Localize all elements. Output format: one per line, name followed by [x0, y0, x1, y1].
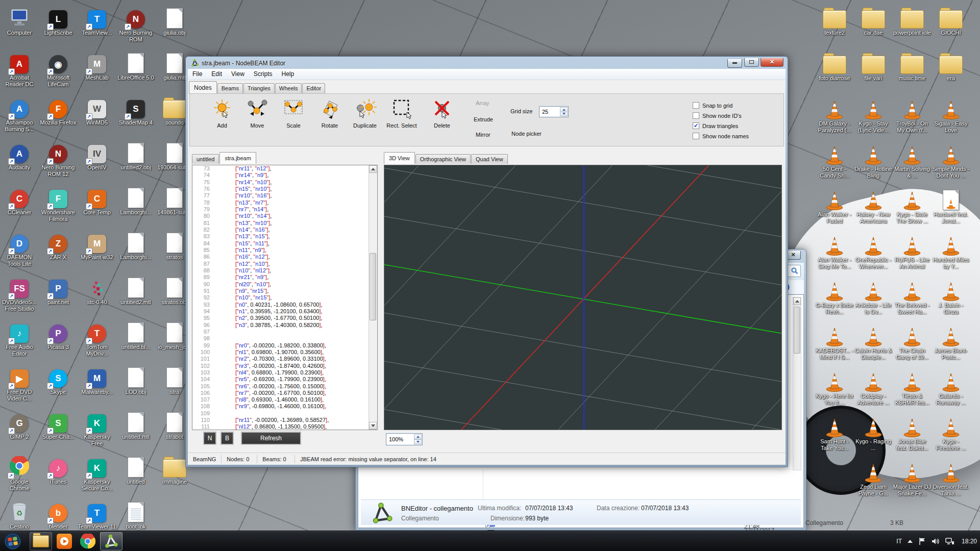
beams-filter-button[interactable]: B [220, 432, 234, 445]
desktop-icon-lod-obj[interactable]: LOD.obj [116, 363, 155, 395]
nodebeam-window[interactable]: stra.jbeam - NodeBEAM Editor ✕ FileEditV… [185, 56, 788, 467]
action-center-flag-icon[interactable] [918, 537, 926, 545]
checkbox-box-icon[interactable] [693, 102, 699, 109]
desktop-icon-malwareby[interactable]: M↗Malwareby... [78, 363, 116, 395]
taskbar-nodebeam-button[interactable] [100, 532, 122, 550]
desktop-icon-free-dvd-video-c[interactable]: ▶↗Free DVD Video C... [0, 363, 39, 402]
desktop-icon-untitled-mtl[interactable]: untitled.mtl [116, 408, 155, 440]
desktop-icon-nero-burning-rom[interactable]: N↗Nero Burning ROM [116, 4, 155, 43]
doc-tab-stra-jbeam[interactable]: stra.jbeam [219, 152, 256, 164]
desktop-icon-shadermap-4[interactable]: S↗ShaderMap 4 [116, 94, 155, 126]
start-button[interactable] [4, 533, 21, 551]
desktop-icon-core-temp[interactable]: C↗Core Temp [78, 184, 116, 216]
desktop-icon-martin-solveig[interactable]: Martin Solveig & ... [893, 140, 932, 179]
desktop-icon-coldplay-adventure[interactable]: Coldplay - Adventure ... [854, 367, 893, 406]
taskbar-chrome-button[interactable] [77, 532, 99, 550]
view-tab-3d-view[interactable]: 3D View [384, 152, 415, 164]
language-indicator[interactable]: IT [896, 538, 902, 545]
desktop-icon-google-chrome[interactable]: ↗Google Chrome [0, 453, 39, 492]
desktop-icon-sigala-easy-love[interactable]: Sigala - Easy Love [932, 95, 970, 134]
desktop-icon-kadebost-mind-if-i-s[interactable]: KADEBOST... - Mind if I S... [815, 322, 854, 361]
3d-viewport[interactable] [384, 165, 782, 430]
desktop-icon-untitled2-mtl[interactable]: untitled2.mtl [116, 273, 155, 306]
desktop-icon-foto-diarrose[interactable]: foto diarrose [815, 49, 854, 82]
desktop-icon-boot-ok[interactable]: boot_ok [116, 498, 155, 530]
tab-nodes[interactable]: Nodes [189, 81, 217, 94]
desktop-icon-g-eazy-x-bebe-rexh[interactable]: G-Eazy x Bebe Rexh... [815, 277, 854, 315]
checkbox-box-icon[interactable] [693, 112, 699, 119]
desktop-icon-music-time[interactable]: music time [893, 49, 932, 82]
desktop-icon-acrobat-reader-dc[interactable]: A↗Acrobat Reader DC [0, 49, 39, 88]
view-tab-orthographic-view[interactable]: Orthographic View [415, 154, 471, 164]
desktop-icon-tomtom-mydriv[interactable]: T↗TomTom MyDriv... [78, 318, 116, 357]
desktop-icon-meshlab[interactable]: M↗MeshLab [78, 49, 116, 81]
desktop-icon-wondershare-filmora[interactable]: F↗Wondershare Filmora [39, 184, 78, 222]
desktop-icon-kaspersky-free[interactable]: K↗Kaspersky Free [78, 408, 116, 447]
explorer-scrollbar[interactable] [793, 297, 801, 470]
desktop-icon-james-blunt-postc[interactable]: James Blunt-Postc... [932, 322, 970, 361]
nodes-filter-button[interactable]: N [203, 432, 216, 445]
desktop-icon-super-cha[interactable]: S↗Super-Cha... [39, 408, 78, 440]
desktop-icon-kygo-raging[interactable]: Kygo - Raging ... [854, 413, 893, 452]
desktop-icon-the-chain-gang-of-19[interactable]: The Chain Gang of 19... [893, 322, 932, 361]
desktop-icon-powerpoint-iole[interactable]: powerpoint iole [893, 4, 932, 36]
desktop-icon-50-cent-candy-sh[interactable]: 50 Cent - Candy Sh... [815, 140, 854, 179]
tool-duplicate-button[interactable]: Duplicate [347, 98, 383, 129]
desktop-icon-untitled-bl[interactable]: untitled.bl... [116, 318, 155, 350]
menu-scripts[interactable]: Scripts [249, 69, 277, 80]
desktop-icon-openiv[interactable]: IV↗OpenIV [78, 139, 116, 171]
refresh-button[interactable]: Refresh [241, 432, 301, 445]
desktop-icon-computer[interactable]: Computer [0, 4, 39, 36]
desktop-icon-simple-minds-dont-you[interactable]: Simple Minds - Dont You ... [932, 140, 970, 179]
tab-beams[interactable]: Beams [217, 83, 243, 93]
jbeam-code-editor[interactable]: 73["nr11", "n12"],74["nr14", "n9"],75["n… [192, 165, 378, 430]
menu-file[interactable]: File [188, 69, 207, 80]
close-button[interactable]: ✕ [761, 58, 783, 67]
desktop-icon-jonas-blue-feat-dakot[interactable]: Jonas Blue feat. Dakot... [893, 413, 932, 452]
clock[interactable]: 18:20 [962, 538, 977, 545]
desktop-icon-calvin-harris-disciple[interactable]: Calvin Harris & Disciple... [854, 322, 893, 361]
desktop-icon-teamviewer-11[interactable]: T↗TeamViewer 11 [78, 498, 116, 530]
desktop-icon-kygo-here-for-you-ft[interactable]: Kygo - Here for You ft.... [815, 367, 854, 406]
desktop-icon-j-balvin-ginza[interactable]: J. Balvin - Ginza [932, 277, 970, 315]
tab-wheels[interactable]: Wheels [275, 83, 302, 93]
volume-icon[interactable] [932, 537, 940, 545]
desktop-icon-untitled[interactable]: untitled [116, 453, 155, 485]
desktop-icon-audacity[interactable]: A↗Audacity [0, 139, 39, 171]
desktop-icon-car-dae[interactable]: car dae [854, 4, 893, 36]
desktop-icon-rufus-like-an-animal[interactable]: RUFUS - Like An Animal [893, 231, 932, 270]
desktop-icon-hundred-miles-by-y[interactable]: Hundred Miles by Y... [932, 231, 970, 270]
desktop-icon-era[interactable]: era [932, 49, 970, 82]
desktop-icon-diversion-feat-tania[interactable]: Diversion feat. Tania ... [932, 458, 970, 497]
tray-expand-icon[interactable] [907, 539, 913, 543]
network-icon[interactable] [945, 537, 954, 545]
desktop-icon-paint-net[interactable]: P↗paint.net [39, 273, 78, 306]
desktop-icon-free-audio-editor[interactable]: ♪↗Free Audio Editor [0, 318, 39, 357]
checkbox-draw-triangles[interactable]: ✔Draw triangles [693, 122, 738, 129]
checkbox-show-node-id-s[interactable]: Show node ID's [693, 112, 742, 119]
desktop-icon-zedd-liam-payne-g[interactable]: Zedd Liam Payne - G... [854, 458, 893, 497]
zoom-up-icon[interactable] [414, 434, 422, 439]
desktop-icon-untitled2-obj[interactable]: untitled2.obj [116, 139, 155, 171]
desktop-icon-halsey-new-americana[interactable]: Halsey - New Americana [854, 186, 893, 224]
desktop-icon-the-beloved-sweet-ha[interactable]: The Beloved - Sweet Ha... [893, 277, 932, 315]
menu-edit[interactable]: Edit [207, 69, 227, 80]
menu-help[interactable]: Help [277, 69, 299, 80]
search-icon[interactable] [791, 267, 798, 274]
desktop-icon-texture2[interactable]: texture2 [815, 4, 854, 36]
desktop-icon-gimp-2[interactable]: G↗GIMP 2 [0, 408, 39, 440]
desktop-icon-alan-walker-faded[interactable]: Alan Walker - Faded [815, 186, 854, 224]
node-picker-button[interactable]: Node picker [511, 131, 542, 137]
desktop-icon-itunes[interactable]: ♪↗iTunes [39, 453, 78, 485]
desktop-icon-microsoft-lifecam[interactable]: ◉↗Microsoft LifeCam [39, 49, 78, 88]
tool-add-button[interactable]: Add [206, 98, 238, 129]
desktop-icon-alan-walker-sing-me-to[interactable]: Alan Walker - Sing Me To... [815, 231, 854, 270]
tab-triangles[interactable]: Triangles [243, 83, 275, 93]
desktop-icon-galantis-runaway[interactable]: Galantis - Runaway ... [932, 367, 970, 406]
tool-rotate-button[interactable]: Rotate [313, 98, 346, 129]
desktop-icon-ti-sto-kshmr-fea[interactable]: Tiësto & KSHMR fea... [893, 367, 932, 406]
editor-scrollbar[interactable] [369, 165, 377, 430]
tab-editor[interactable]: Editor [302, 83, 325, 93]
desktop-icon-zar-x[interactable]: Z↗ZAR X [39, 229, 78, 261]
grid-size-down-icon[interactable] [560, 112, 568, 117]
